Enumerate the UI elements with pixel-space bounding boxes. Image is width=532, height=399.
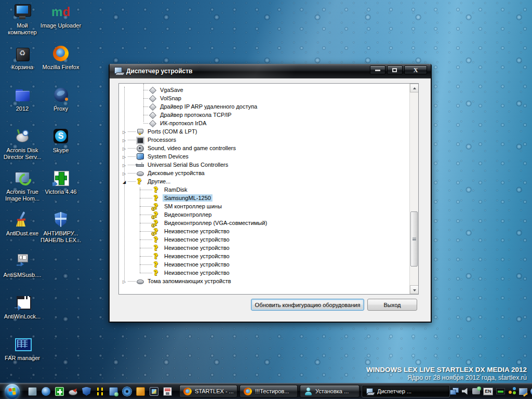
question-icon xyxy=(152,194,161,202)
tree-item[interactable]: !Видеоконтроллер xyxy=(119,210,409,219)
taskbar-button[interactable]: Диспетчер ... xyxy=(362,385,450,397)
exit-button[interactable]: Выход xyxy=(367,299,417,311)
disk-icon xyxy=(136,277,144,285)
tree-item[interactable]: Дисковые устройства xyxy=(119,169,409,177)
taskbar-button-label: Установка ... xyxy=(315,388,349,394)
desktop-icon-acronis-true-image[interactable]: Acronis True Image Hom... xyxy=(1,169,44,202)
tree-item[interactable]: !Неизвестное устройство xyxy=(119,227,409,235)
settings-gear-icon[interactable] xyxy=(123,387,131,396)
victoria-icon xyxy=(51,169,70,187)
tree-item[interactable]: Другие... xyxy=(119,177,409,185)
minimize-button[interactable] xyxy=(370,65,385,74)
tree-item[interactable]: Неизвестное устройство xyxy=(119,235,409,244)
tree-item[interactable]: System Devices xyxy=(119,152,409,161)
desktop-icon-recycle-bin[interactable]: Корзина xyxy=(1,45,44,71)
desktop-icon-skype[interactable]: SSkype xyxy=(39,128,82,154)
tree-item[interactable]: Processors xyxy=(119,136,409,144)
collapsed-arrow-icon[interactable] xyxy=(121,153,128,159)
tree-item[interactable]: Неизвестное устройство xyxy=(119,269,409,277)
tree-item[interactable]: Драйвер IP ARP удаленного доступа xyxy=(119,102,409,111)
refresh-hardware-button[interactable]: Обновить конфигурацию оборудования xyxy=(251,299,364,311)
device-manager-window: Диспетчер устройств X VgaSaveVolSnapДрай… xyxy=(109,64,432,323)
maximize-button[interactable] xyxy=(387,65,403,74)
acronis-disk-director-icon xyxy=(13,128,32,145)
close-icon: X xyxy=(405,66,427,74)
tree-item[interactable]: ИК-протокол IrDA xyxy=(119,119,409,127)
show-desktop-icon[interactable] xyxy=(28,387,37,396)
desktop-icon-antivirus-panel[interactable]: АНТИВИРУ... ПАНЕЛЬ LEX... xyxy=(39,211,82,244)
desktop-icon-label: Корзина xyxy=(1,64,44,71)
disk-utility-icon[interactable] xyxy=(69,390,77,395)
image-uploader-icon: md xyxy=(51,3,70,21)
diamond-icon xyxy=(148,111,157,119)
desktop-icon-image-uploader[interactable]: mdImage Uploader xyxy=(39,3,82,29)
tree-item[interactable]: Неизвестное устройство xyxy=(119,252,409,260)
collapsed-arrow-icon[interactable] xyxy=(121,145,128,151)
tree-item[interactable]: Ports (COM & LPT) xyxy=(119,127,409,136)
save-floppy-icon[interactable] xyxy=(163,387,172,396)
tree-item[interactable]: Неизвестное устройство xyxy=(119,244,409,252)
network-monitor-icon[interactable] xyxy=(109,387,118,396)
tree-connector xyxy=(143,115,148,115)
collapsed-arrow-icon[interactable] xyxy=(121,137,128,143)
start-button[interactable] xyxy=(5,384,20,399)
md-logo-m: m xyxy=(51,4,62,20)
collapsed-arrow-icon[interactable] xyxy=(121,128,128,135)
tree-item[interactable]: VolSnap xyxy=(119,94,409,102)
shield-icon[interactable] xyxy=(82,387,91,396)
collapsed-arrow-icon[interactable] xyxy=(121,162,128,168)
tree-item[interactable]: RamDisk xyxy=(119,185,409,194)
tree-item[interactable]: SamsungML-1250 xyxy=(119,194,409,202)
desktop-icon-label: AntiDust.exe xyxy=(1,230,44,237)
desktop-icon-victoria[interactable]: Victoria 4.46 xyxy=(39,169,82,195)
tree-item[interactable]: VgaSave xyxy=(119,86,409,94)
desktop-icon-antismsusb[interactable]: AntiSMSusb.... xyxy=(1,252,44,278)
tree-connector xyxy=(128,131,136,132)
tree-item[interactable]: Universal Serial Bus Controllers xyxy=(119,161,409,169)
scrollbar[interactable] xyxy=(409,84,418,294)
display-settings-icon[interactable] xyxy=(519,388,527,395)
titlebar[interactable]: Диспетчер устройств X xyxy=(110,64,431,78)
tree-item[interactable]: Драйвер протокола TCP/IP xyxy=(119,111,409,119)
archive-box-icon[interactable] xyxy=(136,387,145,396)
taskbar-button[interactable]: STARTLEX - ... xyxy=(179,385,237,397)
close-button[interactable]: X xyxy=(404,65,427,74)
safely-remove-icon[interactable] xyxy=(472,388,480,394)
app-dots-icon[interactable] xyxy=(508,388,516,395)
collapsed-arrow-icon[interactable] xyxy=(121,278,128,284)
volume-icon[interactable] xyxy=(462,388,469,395)
tree-item[interactable]: Тома запоминающих устройств xyxy=(119,277,409,285)
codec-brackets-icon[interactable] xyxy=(96,387,104,396)
desktop-icon-folder-2012[interactable]: 2012 xyxy=(1,86,44,112)
tree-item[interactable]: Sound, video and game controllers xyxy=(119,144,409,152)
media-disc-icon[interactable] xyxy=(42,387,50,396)
desktop-icon-far-manager[interactable]: FAR manager xyxy=(1,336,44,362)
taskbar-button[interactable]: Установка ... xyxy=(300,385,360,397)
collapsed-arrow-icon[interactable] xyxy=(121,170,128,176)
tree-item[interactable]: Неизвестное устройство xyxy=(119,260,409,269)
tree-connector xyxy=(143,123,148,124)
desktop-icon-antidust[interactable]: AntiDust.exe xyxy=(1,211,44,237)
power-indicator-icon[interactable] xyxy=(496,388,505,394)
device-tree-list[interactable]: VgaSaveVolSnapДрайвер IP ARP удаленного … xyxy=(118,83,419,295)
tree-item[interactable]: !Видеоконтроллер (VGA-совместимый) xyxy=(119,219,409,227)
scroll-up-arrow[interactable] xyxy=(410,84,419,92)
expanded-arrow-icon[interactable] xyxy=(121,178,128,184)
tree-connector xyxy=(140,215,152,215)
desktop-icon-antiwinlock[interactable]: AntiWinLock... xyxy=(1,294,44,320)
desktop-icon-my-computer[interactable]: Мой компьютер xyxy=(1,3,44,36)
desktop-icon-acronis-disk-director[interactable]: Acronis Disk Director Serv... xyxy=(1,128,44,161)
language-indicator[interactable]: EN xyxy=(483,388,493,395)
desktop-icon-proxy[interactable]: Proxy xyxy=(39,86,82,112)
question-icon xyxy=(152,261,161,269)
scroll-down-arrow[interactable] xyxy=(410,285,419,294)
display-photo-icon[interactable] xyxy=(150,387,158,396)
tree-item[interactable]: !SM контроллер шины xyxy=(119,202,409,210)
remote-grid-icon[interactable] xyxy=(55,387,64,396)
taskbar-button-label: !!!Тестиров... xyxy=(255,388,289,394)
taskbar-button[interactable]: !!!Тестиров... xyxy=(240,385,298,397)
desktop-icon-firefox[interactable]: Mozilla Firefox xyxy=(39,45,82,71)
my-computer-icon xyxy=(13,3,32,21)
scroll-thumb[interactable] xyxy=(410,211,418,267)
network-icon[interactable] xyxy=(450,388,459,395)
